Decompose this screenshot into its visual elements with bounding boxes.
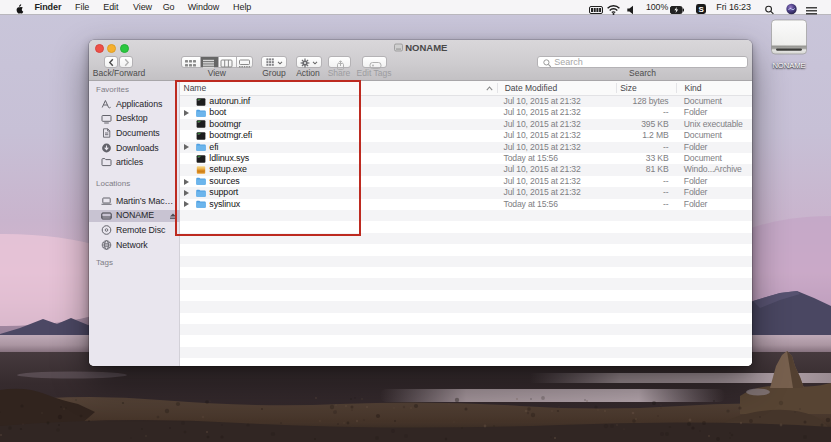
svg-text:S: S bbox=[698, 5, 704, 14]
